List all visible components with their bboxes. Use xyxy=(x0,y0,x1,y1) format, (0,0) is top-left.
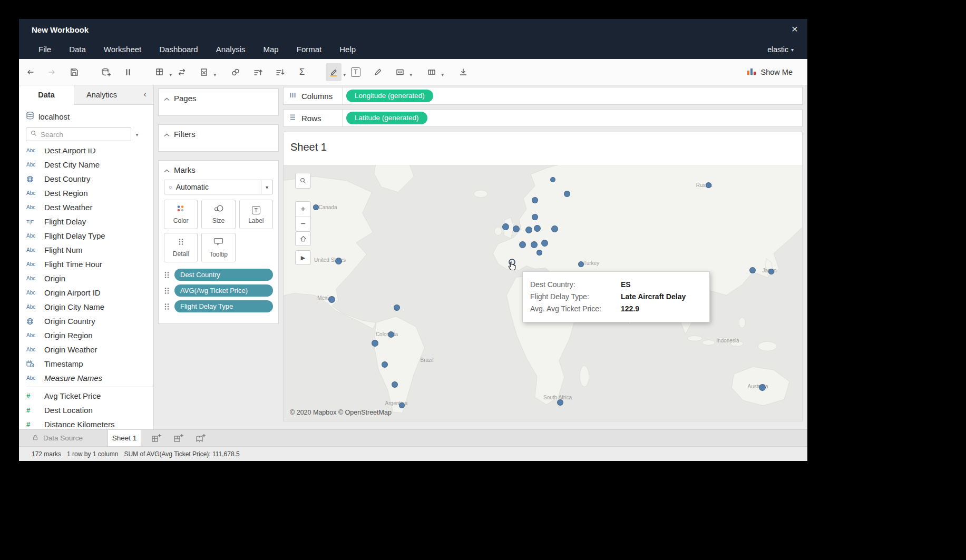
menu-worksheet[interactable]: Worksheet xyxy=(95,40,150,59)
map-mark[interactable] xyxy=(335,258,342,264)
field-dest-region[interactable]: AbcDest Region xyxy=(19,186,153,200)
marks-size-button[interactable]: Size xyxy=(201,200,235,229)
menu-data[interactable]: Data xyxy=(60,40,95,59)
map-mark[interactable] xyxy=(532,214,538,220)
map-mark[interactable] xyxy=(531,241,538,248)
zoom-in-button[interactable]: + xyxy=(296,202,310,217)
highlight-button[interactable]: ▾ xyxy=(326,63,341,81)
map-mark[interactable] xyxy=(541,240,548,247)
map-mark[interactable] xyxy=(532,197,538,203)
map-mark[interactable] xyxy=(394,304,400,311)
menu-format[interactable]: Format xyxy=(288,40,331,59)
field-origin[interactable]: AbcOrigin xyxy=(19,271,153,286)
field-flight-delay[interactable]: T|FFlight Delay xyxy=(19,214,153,229)
field-dest-weather[interactable]: AbcDest Weather xyxy=(19,200,153,214)
map-mark[interactable] xyxy=(551,225,558,232)
fit-button[interactable]: ▾ xyxy=(392,63,408,81)
map-mark[interactable] xyxy=(513,225,520,232)
pause-auto-updates-button[interactable] xyxy=(120,63,136,81)
columns-shelf[interactable]: Columns Longitude (generated) xyxy=(283,87,803,105)
field-distance-kilometers[interactable]: #Distance Kilometers xyxy=(19,417,153,429)
field-origin-airport-id[interactable]: AbcOrigin Airport ID xyxy=(19,286,153,300)
redo-button[interactable] xyxy=(44,63,60,81)
map-mark[interactable] xyxy=(578,261,584,267)
field-flight-num[interactable]: AbcFlight Num xyxy=(19,243,153,257)
field-dest-city-name[interactable]: AbcDest City Name xyxy=(19,158,153,172)
new-dashboard-tab-button[interactable] xyxy=(172,430,186,446)
tab-data-source[interactable]: Data Source xyxy=(19,430,103,446)
map-mark[interactable] xyxy=(749,267,756,273)
field-flight-delay-type[interactable]: AbcFlight Delay Type xyxy=(19,229,153,243)
menu-map[interactable]: Map xyxy=(255,40,288,59)
map-mark[interactable] xyxy=(564,191,570,197)
marks-pill[interactable]: AVG(Avg Ticket Price) xyxy=(174,284,273,297)
marks-detail-button[interactable]: Detail xyxy=(164,233,198,262)
show-totals-button[interactable]: Σ xyxy=(294,63,310,81)
map-home-button[interactable] xyxy=(295,231,311,246)
map-mark[interactable] xyxy=(706,182,711,188)
menu-help[interactable]: Help xyxy=(330,40,365,59)
download-button[interactable] xyxy=(455,63,471,81)
marks-pill[interactable]: Dest Country xyxy=(174,269,273,281)
field-dest-airport-id[interactable]: AbcDest Airport ID xyxy=(19,149,153,158)
sort-descending-button[interactable] xyxy=(272,63,288,81)
map-mark[interactable] xyxy=(550,177,555,182)
menu-file[interactable]: File xyxy=(30,40,60,59)
show-me-button[interactable]: Show Me xyxy=(746,66,793,77)
new-data-source-button[interactable] xyxy=(98,63,114,81)
search-options-icon[interactable]: ▾ xyxy=(131,132,143,137)
field-flight-time-hour[interactable]: AbcFlight Time Hour xyxy=(19,257,153,271)
marks-pill[interactable]: Flight Delay Type xyxy=(174,300,273,312)
tab-analytics[interactable]: Analytics xyxy=(74,85,129,104)
field-measure-names[interactable]: AbcMeasure Names xyxy=(19,371,153,385)
map-mark[interactable] xyxy=(759,384,766,391)
tab-data[interactable]: Data xyxy=(19,85,74,105)
collapse-pane-icon[interactable]: ‹ xyxy=(136,85,153,104)
filters-shelf[interactable]: Filters xyxy=(158,124,279,152)
field-timestamp[interactable]: Timestamp xyxy=(19,357,153,371)
new-worksheet-tab-button[interactable] xyxy=(150,430,163,446)
new-story-tab-button[interactable] xyxy=(194,430,208,446)
field-origin-region[interactable]: AbcOrigin Region xyxy=(19,328,153,342)
columns-pill[interactable]: Longitude (generated) xyxy=(346,90,433,102)
map-mark[interactable] xyxy=(525,227,532,233)
cell-size-button[interactable]: ▾ xyxy=(424,63,440,81)
field-dest-country[interactable]: Dest Country xyxy=(19,172,153,186)
map-mark[interactable] xyxy=(392,381,398,388)
marks-tooltip-button[interactable]: Tooltip xyxy=(201,233,235,262)
map-mark[interactable] xyxy=(382,361,388,368)
undo-button[interactable] xyxy=(22,63,38,81)
menu-analysis[interactable]: Analysis xyxy=(207,40,255,59)
mark-type-dropdown[interactable]: ○ Automatic ▾ xyxy=(164,180,273,194)
map-mark[interactable] xyxy=(399,402,405,408)
map-mark[interactable] xyxy=(534,225,541,232)
map-toolbar-flyout-button[interactable]: ▶ xyxy=(295,250,311,265)
map-mark[interactable] xyxy=(519,241,526,248)
map-mark[interactable] xyxy=(328,296,335,303)
map-mark[interactable] xyxy=(388,331,394,338)
rows-pill[interactable]: Latitude (generated) xyxy=(346,112,427,124)
show-mark-labels-button[interactable]: T xyxy=(348,63,364,81)
marks-label-button[interactable]: TLabel xyxy=(239,200,273,229)
field-origin-country[interactable]: Origin Country xyxy=(19,314,153,328)
field-avg-ticket-price[interactable]: #Avg Ticket Price xyxy=(19,389,153,403)
field-dest-location[interactable]: #Dest Location xyxy=(19,403,153,417)
field-origin-weather[interactable]: AbcOrigin Weather xyxy=(19,342,153,357)
clear-sheet-button[interactable]: ▾ xyxy=(196,63,212,81)
swap-rows-columns-button[interactable] xyxy=(174,63,190,81)
group-members-button[interactable] xyxy=(228,63,243,81)
new-worksheet-button[interactable]: ▾ xyxy=(152,63,168,81)
map-mark[interactable] xyxy=(502,223,509,230)
map-mark[interactable] xyxy=(536,250,542,256)
data-source-connection[interactable]: localhost xyxy=(26,111,153,122)
map-mark[interactable] xyxy=(768,269,774,274)
format-button[interactable] xyxy=(370,63,386,81)
map-mark[interactable] xyxy=(313,204,319,210)
user-menu[interactable]: elastic ▾ xyxy=(767,45,794,54)
search-input[interactable]: Search xyxy=(26,127,131,141)
map-mark[interactable] xyxy=(372,340,378,347)
tab-sheet1[interactable]: Sheet 1 xyxy=(108,430,141,446)
pages-shelf[interactable]: Pages xyxy=(158,89,279,116)
zoom-out-button[interactable]: − xyxy=(296,217,310,231)
save-button[interactable] xyxy=(66,63,82,81)
